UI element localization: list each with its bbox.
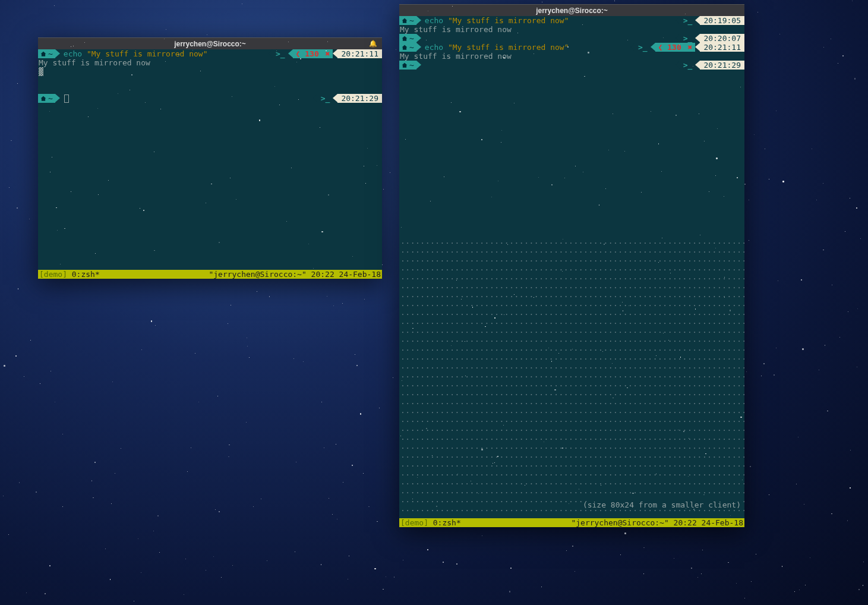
home-icon: ~: [38, 49, 55, 58]
tmux-statusbar[interactable]: [demo] 0:zsh* "jerrychen@Sirocco:~" 20:2…: [399, 518, 744, 527]
notification-bell-icon: 🔔: [369, 40, 377, 48]
error-code-segment: ❮ 130 ✖: [655, 43, 696, 52]
prompt-line[interactable]: ~echo "My stuff is mirrored now">_20:19:…: [399, 16, 744, 25]
client-size-message: (size 80x24 from a smaller client): [582, 500, 742, 509]
command-text: echo "My stuff is mirrored now": [60, 49, 208, 58]
terminal-body[interactable]: ~echo "My stuff is mirrored now">_20:19:…: [399, 16, 744, 518]
prompt-line[interactable]: ~echo "My stuff is mirrored now">_❮ 130 …: [399, 43, 744, 52]
window-title: jerrychen@Sirocco:~: [174, 40, 246, 48]
cursor: [64, 94, 69, 103]
time-segment: 20:21:29: [337, 94, 382, 103]
window-titlebar[interactable]: jerrychen@Sirocco:~ 🔔: [38, 37, 382, 49]
terminal-glyph-icon: >_: [273, 49, 288, 58]
output-line: My stuff is mirrored now: [399, 25, 744, 34]
terminal-glyph-icon: >_: [680, 34, 696, 43]
home-icon: ~: [38, 94, 55, 103]
status-info: "jerrychen@Sirocco:~" 20:22 24-Feb-18: [209, 270, 381, 279]
time-segment: 20:20:07: [700, 34, 744, 43]
time-segment: 20:21:11: [337, 49, 382, 58]
inactive-region-dots: ........................................…: [399, 237, 744, 518]
command-text: [60, 94, 69, 103]
terminal-glyph-icon: >_: [318, 94, 333, 103]
terminal-glyph-icon: >_: [680, 16, 696, 25]
window-titlebar[interactable]: jerrychen@Sirocco:~: [399, 4, 744, 16]
status-window: 0:zsh*: [72, 270, 100, 279]
command-text: [421, 61, 425, 70]
home-icon: ~: [399, 43, 416, 52]
error-code-segment: ❮ 130 ✖: [293, 49, 333, 58]
home-icon: ~: [399, 61, 416, 70]
terminal-glyph-icon: >_: [635, 43, 651, 52]
output-line: My stuff is mirrored now: [38, 58, 382, 67]
status-window: 0:zsh*: [433, 518, 461, 527]
status-info: "jerrychen@Sirocco:~" 20:22 24-Feb-18: [571, 518, 743, 527]
home-icon: ~: [399, 16, 416, 25]
terminal-glyph-icon: >_: [680, 61, 696, 70]
tmux-statusbar[interactable]: [demo] 0:zsh* "jerrychen@Sirocco:~" 20:2…: [38, 270, 382, 279]
time-segment: 20:21:11: [700, 43, 744, 52]
time-segment: 20:19:05: [700, 16, 744, 25]
output-line: ▓: [38, 67, 382, 76]
prompt-line[interactable]: ~>_20:21:29: [38, 94, 382, 103]
window-title: jerrychen@Sirocco:~: [536, 7, 608, 15]
prompt-line[interactable]: ~>_20:21:29: [399, 61, 744, 70]
terminal-window-left[interactable]: jerrychen@Sirocco:~ 🔔 ~echo "My stuff is…: [38, 37, 382, 279]
terminal-window-right[interactable]: jerrychen@Sirocco:~ ~echo "My stuff is m…: [399, 4, 744, 527]
time-segment: 20:21:29: [700, 61, 744, 70]
output-line: My stuff is mirrored now: [399, 52, 744, 61]
command-text: echo "My stuff is mirrored now": [421, 16, 569, 25]
prompt-line[interactable]: ~echo "My stuff is mirrored now">_❮ 130 …: [38, 49, 382, 58]
status-session: [demo]: [39, 270, 67, 279]
status-session: [demo]: [400, 518, 428, 527]
command-text: echo "My stuff is mirrored now": [421, 43, 569, 52]
command-text: [421, 34, 425, 43]
terminal-body[interactable]: ~echo "My stuff is mirrored now">_❮ 130 …: [38, 49, 382, 270]
home-icon: ~: [399, 34, 416, 43]
prompt-line[interactable]: ~>_20:20:07: [399, 34, 744, 43]
